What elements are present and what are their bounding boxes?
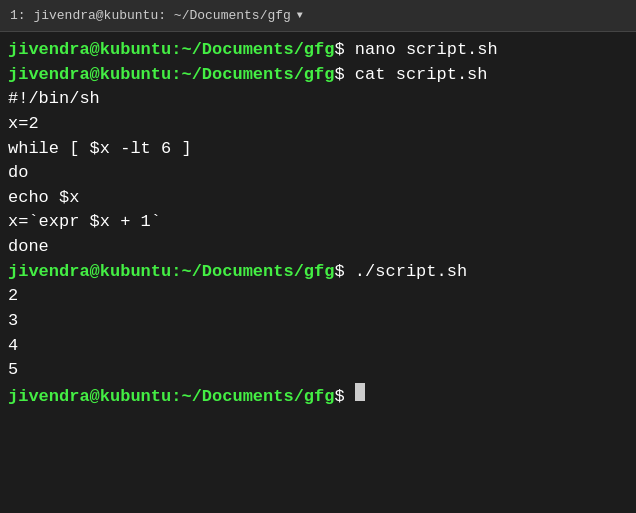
plain-text: x=`expr $x + 1` [8,210,161,235]
plain-text: echo $x [8,186,79,211]
command-text: cat script.sh [345,63,488,88]
plain-text: 5 [8,358,18,383]
chevron-down-icon[interactable]: ▼ [297,10,303,21]
terminal-window: 1: jivendra@kubuntu: ~/Documents/gfg ▼ j… [0,0,636,513]
terminal-line: jivendra@kubuntu:~/Documents/gfg$ cat sc… [8,63,628,88]
terminal-line: 2 [8,284,628,309]
prompt-dollar: $ [334,38,344,63]
terminal-line: done [8,235,628,260]
plain-text: done [8,235,49,260]
terminal-body[interactable]: jivendra@kubuntu:~/Documents/gfg$ nano s… [0,32,636,513]
prompt-dollar: $ [334,63,344,88]
command-text: ./script.sh [345,260,467,285]
terminal-line: jivendra@kubuntu:~/Documents/gfg$ nano s… [8,38,628,63]
terminal-line: 3 [8,309,628,334]
titlebar: 1: jivendra@kubuntu: ~/Documents/gfg ▼ [0,0,636,32]
plain-text: 3 [8,309,18,334]
plain-text: 2 [8,284,18,309]
terminal-line: echo $x [8,186,628,211]
plain-text: while [ $x -lt 6 ] [8,137,192,162]
plain-text: 4 [8,334,18,359]
plain-text: #!/bin/sh [8,87,100,112]
prompt-path: :~/Documents/gfg [171,63,334,88]
plain-text: x=2 [8,112,39,137]
terminal-line: do [8,161,628,186]
terminal-line: 4 [8,334,628,359]
terminal-tab[interactable]: 1: jivendra@kubuntu: ~/Documents/gfg ▼ [10,8,303,23]
prompt-user: jivendra@kubuntu [8,385,171,410]
prompt-user: jivendra@kubuntu [8,63,171,88]
prompt-user: jivendra@kubuntu [8,260,171,285]
terminal-line: x=`expr $x + 1` [8,210,628,235]
command-text: nano script.sh [345,38,498,63]
terminal-line: jivendra@kubuntu:~/Documents/gfg$ ./scri… [8,260,628,285]
prompt-dollar: $ [334,260,344,285]
terminal-line: 5 [8,358,628,383]
prompt-path: :~/Documents/gfg [171,260,334,285]
plain-text: do [8,161,28,186]
terminal-line: x=2 [8,112,628,137]
terminal-line: while [ $x -lt 6 ] [8,137,628,162]
prompt-path: :~/Documents/gfg [171,385,334,410]
tab-label: 1: jivendra@kubuntu: ~/Documents/gfg [10,8,291,23]
terminal-line: jivendra@kubuntu:~/Documents/gfg$ [8,383,628,410]
prompt-user: jivendra@kubuntu [8,38,171,63]
prompt-dollar: $ [334,385,354,410]
terminal-cursor [355,383,365,401]
terminal-line: #!/bin/sh [8,87,628,112]
prompt-path: :~/Documents/gfg [171,38,334,63]
